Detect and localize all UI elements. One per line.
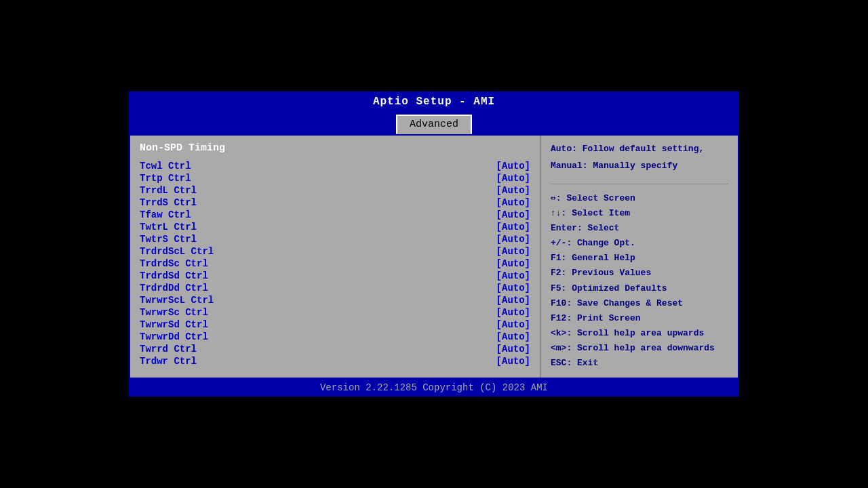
setting-row[interactable]: TwtrS Ctrl[Auto] (140, 234, 530, 245)
setting-label: TwrwrSd Ctrl (140, 319, 208, 330)
tab-bar: Advanced (129, 112, 739, 134)
setting-value: [Auto] (496, 356, 530, 367)
key-hint: <m>: Scroll help area downwards (551, 341, 728, 356)
setting-label: TrdrdScL Ctrl (140, 246, 214, 257)
setting-label: Trtp Ctrl (140, 173, 191, 184)
setting-value: [Auto] (496, 319, 530, 330)
setting-row[interactable]: TrdrdScL Ctrl[Auto] (140, 246, 530, 257)
section-title: Non-SPD Timing (140, 142, 530, 154)
setting-label: TwtrS Ctrl (140, 234, 197, 245)
setting-row[interactable]: TrrdS Ctrl[Auto] (140, 197, 530, 208)
help-line: Manual: Manually specify (551, 159, 728, 173)
key-hint: F2: Previous Values (551, 266, 728, 281)
key-hint: F12: Print Screen (551, 311, 728, 326)
setting-label: TwtrL Ctrl (140, 222, 197, 232)
setting-value: [Auto] (496, 173, 530, 184)
setting-label: Trdwr Ctrl (140, 356, 197, 367)
setting-value: [Auto] (496, 197, 530, 208)
help-line: Auto: Follow default setting, (551, 142, 728, 156)
key-hint: +/-: Change Opt. (551, 236, 728, 251)
setting-row[interactable]: Twrrd Ctrl[Auto] (140, 344, 530, 354)
footer-text: Version 2.22.1285 Copyright (C) 2023 AMI (320, 382, 548, 393)
setting-value: [Auto] (496, 222, 530, 232)
setting-row[interactable]: TrdrdDd Ctrl[Auto] (140, 283, 530, 293)
setting-row[interactable]: Tcwl Ctrl[Auto] (140, 161, 530, 171)
setting-row[interactable]: Trtp Ctrl[Auto] (140, 173, 530, 184)
setting-label: TrdrdDd Ctrl (140, 283, 208, 293)
key-hint: Enter: Select (551, 221, 728, 236)
key-hint: ⇔: Select Screen (551, 191, 728, 206)
app-title: Aptio Setup - AMI (373, 96, 495, 108)
setting-value: [Auto] (496, 234, 530, 245)
tab-advanced[interactable]: Advanced (396, 115, 472, 134)
divider (551, 184, 728, 184)
settings-list: Tcwl Ctrl[Auto]Trtp Ctrl[Auto]TrrdL Ctrl… (140, 161, 530, 367)
setting-value: [Auto] (496, 331, 530, 342)
setting-value: [Auto] (496, 161, 530, 171)
setting-label: TwrwrScL Ctrl (140, 295, 214, 306)
setting-row[interactable]: Tfaw Ctrl[Auto] (140, 209, 530, 220)
key-hint: ↑↓: Select Item (551, 206, 728, 221)
setting-value: [Auto] (496, 209, 530, 220)
app-wrapper: Aptio Setup - AMI Advanced Non-SPD Timin… (0, 0, 868, 488)
setting-row[interactable]: TwrwrSc Ctrl[Auto] (140, 307, 530, 318)
setting-label: TrrdS Ctrl (140, 197, 197, 208)
setting-row[interactable]: TwtrL Ctrl[Auto] (140, 222, 530, 232)
setting-label: TrrdL Ctrl (140, 185, 197, 196)
setting-label: Tfaw Ctrl (140, 209, 191, 220)
bios-container: Aptio Setup - AMI Advanced Non-SPD Timin… (129, 92, 739, 396)
setting-label: TrdrdSc Ctrl (140, 258, 208, 269)
setting-value: [Auto] (496, 344, 530, 354)
setting-value: [Auto] (496, 307, 530, 318)
setting-label: TrdrdSd Ctrl (140, 270, 208, 281)
title-bar: Aptio Setup - AMI (129, 92, 739, 112)
setting-row[interactable]: TwrwrDd Ctrl[Auto] (140, 331, 530, 342)
setting-row[interactable]: TrrdL Ctrl[Auto] (140, 185, 530, 196)
key-hint: <k>: Scroll help area upwards (551, 326, 728, 341)
setting-value: [Auto] (496, 246, 530, 257)
setting-value: [Auto] (496, 270, 530, 281)
setting-label: Tcwl Ctrl (140, 161, 191, 171)
key-hint: F1: General Help (551, 251, 728, 266)
main-area: Non-SPD Timing Tcwl Ctrl[Auto]Trtp Ctrl[… (129, 134, 739, 379)
key-hint: F5: Optimized Defaults (551, 281, 728, 296)
setting-row[interactable]: TrdrdSd Ctrl[Auto] (140, 270, 530, 281)
setting-value: [Auto] (496, 295, 530, 306)
left-panel: Non-SPD Timing Tcwl Ctrl[Auto]Trtp Ctrl[… (130, 136, 541, 378)
footer-bar: Version 2.22.1285 Copyright (C) 2023 AMI (129, 379, 739, 396)
key-hint: F10: Save Changes & Reset (551, 296, 728, 311)
setting-value: [Auto] (496, 258, 530, 269)
setting-value: [Auto] (496, 185, 530, 196)
setting-label: TwrwrSc Ctrl (140, 307, 208, 318)
setting-row[interactable]: TwrwrSd Ctrl[Auto] (140, 319, 530, 330)
setting-label: TwrwrDd Ctrl (140, 331, 208, 342)
setting-row[interactable]: TwrwrScL Ctrl[Auto] (140, 295, 530, 306)
help-text-area: Auto: Follow default setting,Manual: Man… (551, 142, 728, 177)
setting-row[interactable]: Trdwr Ctrl[Auto] (140, 356, 530, 367)
setting-row[interactable]: TrdrdSc Ctrl[Auto] (140, 258, 530, 269)
key-hint: ESC: Exit (551, 356, 728, 371)
right-panel: Auto: Follow default setting,Manual: Man… (541, 136, 738, 378)
key-hints-area: ⇔: Select Screen↑↓: Select ItemEnter: Se… (551, 191, 728, 371)
setting-value: [Auto] (496, 283, 530, 293)
setting-label: Twrrd Ctrl (140, 344, 197, 354)
